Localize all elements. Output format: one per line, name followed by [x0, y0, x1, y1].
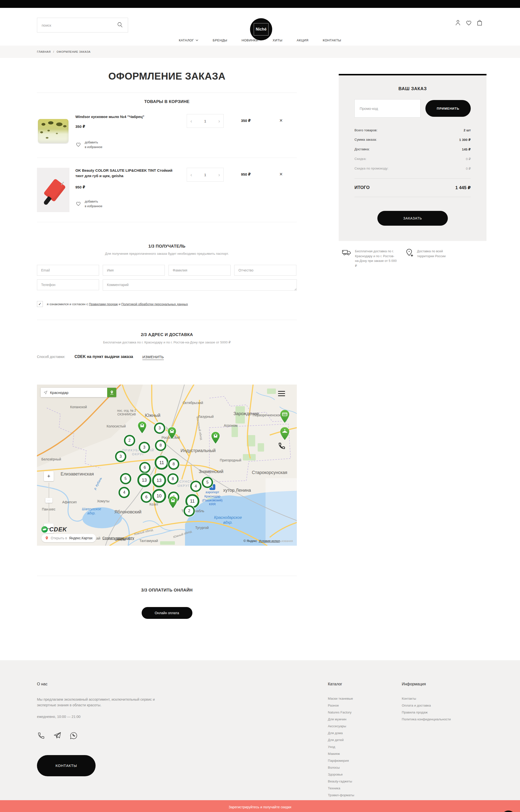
footer-catalog-link[interactable]: Для детей	[328, 738, 402, 742]
map-cluster-marker[interactable]: 13	[152, 473, 166, 488]
footer-catalog-link[interactable]: Трэвел-форматы	[328, 793, 402, 797]
remove-item-button[interactable]: ✕	[268, 118, 283, 123]
create-own-map-link[interactable]: Создать свою карту	[102, 536, 134, 540]
map-cluster-marker[interactable]: 3	[115, 451, 126, 462]
map-cluster-marker[interactable]: 3	[154, 422, 165, 434]
map-cluster-marker[interactable]: 3	[139, 442, 150, 453]
place-order-button[interactable]: ЗАКАЗАТЬ	[378, 211, 448, 226]
footer-catalog-link[interactable]: Макияж	[328, 752, 402, 756]
map-card-payment-pin[interactable]	[280, 410, 290, 424]
map-cluster-marker[interactable]: 8	[155, 440, 166, 451]
add-to-favorites-button[interactable]: добавитьв избранное	[75, 140, 175, 150]
apply-promo-button[interactable]: ПРИМЕНИТЬ	[425, 100, 471, 117]
nav-catalog[interactable]: КАТАЛОГ	[179, 38, 199, 42]
register-promo-bar[interactable]: Зарегистрируйтесь и получайте скидки	[0, 800, 520, 812]
qty-increase-button[interactable]: ›	[218, 172, 220, 177]
map-cluster-marker[interactable]: 13	[137, 473, 151, 487]
map-cluster-marker[interactable]: 5	[120, 473, 131, 484]
search-icon[interactable]	[116, 21, 123, 29]
footer-info-link[interactable]: Политика конфиденциальности	[402, 717, 483, 721]
change-delivery-button[interactable]: ИЗМЕНИТЬ	[142, 355, 164, 359]
open-in-yandex-maps-link[interactable]: Открыть вЯндекс.Картах	[42, 534, 96, 542]
online-payment-button[interactable]: Онлайн оплата	[141, 607, 192, 619]
cdek-pickup-map[interactable]: Копанскойпос. отд. № 2 СКЗНИИСиВЮжныйКол…	[37, 385, 297, 546]
footer-catalog-link[interactable]: Для мужчин	[328, 717, 402, 721]
nav-new[interactable]: НОВИНКИ	[242, 38, 258, 42]
footer-catalog-link[interactable]: Акссесуары	[328, 724, 402, 728]
comment-field[interactable]	[103, 279, 297, 291]
cart-icon[interactable]	[476, 19, 483, 26]
firstname-field[interactable]	[103, 265, 165, 276]
footer-catalog-link[interactable]: Маски тканевые	[328, 697, 402, 700]
zoom-slider-track[interactable]: ::::	[49, 482, 49, 522]
product-title[interactable]: Windsor кусковое мыло №4 "Чабрец"	[75, 114, 175, 120]
footer-catalog-link[interactable]: Beauty-гаджеты	[328, 780, 402, 783]
map-cluster-marker[interactable]: 2	[183, 505, 195, 517]
map-pickup-pin[interactable]	[137, 421, 147, 434]
product-image-soap[interactable]	[37, 114, 70, 147]
footer-catalog-link[interactable]: Парфюмерия	[328, 759, 402, 762]
footer-catalog-link[interactable]: Здоровье	[328, 772, 402, 776]
map-cluster-marker[interactable]: 4	[190, 481, 202, 492]
telegram-icon[interactable]	[53, 731, 61, 741]
map-fitting-pin[interactable]	[280, 427, 290, 441]
privacy-policy-link[interactable]: Политикой обработки персональных данных	[122, 302, 188, 306]
map-cluster-marker[interactable]: 8	[168, 459, 179, 470]
search-input[interactable]	[42, 23, 116, 27]
nav-brands[interactable]: БРЕНДЫ	[213, 38, 227, 42]
breadcrumb-home[interactable]: ГЛАВНАЯ	[37, 50, 51, 53]
footer-catalog-link[interactable]: Natures Factory	[328, 710, 402, 714]
map-cluster-marker[interactable]: 10	[152, 489, 166, 503]
wishlist-icon[interactable]	[465, 19, 472, 26]
search-box[interactable]	[37, 18, 128, 32]
qty-decrease-button[interactable]: ‹	[190, 119, 192, 124]
lastname-field[interactable]	[168, 265, 231, 276]
footer-info-link[interactable]: Контакты	[402, 697, 483, 700]
footer-contacts-button[interactable]: КОНТАКТЫ	[37, 755, 96, 776]
sales-rules-link[interactable]: Правилами продаж	[89, 302, 118, 306]
map-cluster-marker[interactable]: 5	[202, 477, 213, 488]
whatsapp-icon[interactable]	[70, 731, 78, 741]
brand-logo[interactable]: Niché	[250, 18, 272, 41]
map-cluster-marker[interactable]: 6	[139, 462, 151, 473]
nav-hits[interactable]: ХИТЫ	[273, 38, 283, 42]
nav-contacts[interactable]: КОНТАКТЫ	[323, 38, 341, 42]
promo-code-input[interactable]	[355, 99, 420, 117]
add-to-favorites-button[interactable]: добавитьв избранное	[75, 199, 175, 209]
zoom-in-button[interactable]: +	[44, 471, 54, 481]
map-cluster-marker[interactable]: 11	[155, 456, 169, 470]
remove-item-button[interactable]: ✕	[268, 172, 283, 177]
map-cluster-marker[interactable]: 8	[167, 473, 179, 484]
footer-info-link[interactable]: Правила продаж	[402, 710, 483, 714]
terms-of-use-link[interactable]: Условия испол	[259, 539, 280, 543]
agree-checkbox[interactable]: ✓	[37, 301, 43, 307]
map-cluster-marker[interactable]: 6	[141, 492, 152, 503]
map-pickup-pin[interactable]	[168, 496, 178, 509]
footer-catalog-link[interactable]: Разное	[328, 704, 402, 707]
nav-sale[interactable]: АКЦИЯ	[297, 38, 309, 42]
product-title[interactable]: OK Beauty COLOR SALUTE LIP&CHEEK TINT Ст…	[75, 168, 175, 179]
map-menu-icon[interactable]	[278, 391, 285, 398]
map-pickup-pin[interactable]	[211, 431, 220, 444]
footer-catalog-link[interactable]: Уход	[328, 745, 402, 749]
product-image-tint[interactable]	[37, 168, 70, 212]
account-icon[interactable]	[454, 19, 461, 26]
qty-decrease-button[interactable]: ‹	[190, 172, 192, 177]
zoom-slider-handle[interactable]: ::::	[45, 498, 52, 503]
footer-catalog-link[interactable]: Волосы	[328, 766, 402, 769]
map-cluster-marker[interactable]: 2	[124, 435, 135, 446]
email-field[interactable]	[37, 265, 99, 276]
qty-increase-button[interactable]: ›	[218, 119, 220, 124]
map-city-input[interactable]	[50, 391, 104, 395]
phone-field[interactable]	[37, 279, 99, 290]
map-phone-icon[interactable]	[278, 442, 286, 451]
footer-info-link[interactable]: Оплата и доставка	[402, 704, 483, 707]
footer-catalog-link[interactable]: Техника	[328, 786, 402, 790]
patronymic-field[interactable]	[234, 265, 296, 276]
map-cluster-marker[interactable]: 4	[119, 487, 130, 498]
footer-catalog-link[interactable]: Для дома	[328, 731, 402, 735]
map-search-box[interactable]	[41, 388, 116, 397]
map-pickup-pin[interactable]	[167, 427, 177, 440]
map-locate-button[interactable]	[107, 388, 116, 397]
phone-icon[interactable]	[37, 731, 45, 741]
